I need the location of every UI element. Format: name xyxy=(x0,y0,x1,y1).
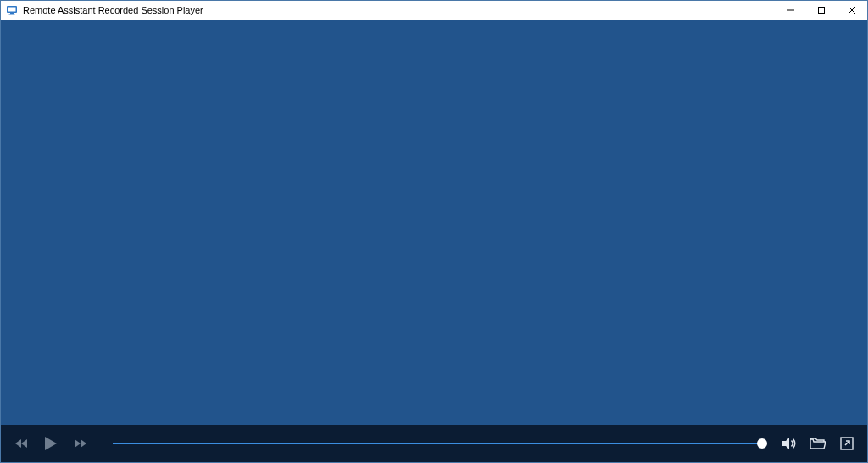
seek-thumb[interactable] xyxy=(757,438,767,449)
player-controls xyxy=(1,425,867,462)
svg-marker-9 xyxy=(15,439,21,448)
svg-rect-5 xyxy=(819,8,825,14)
svg-marker-10 xyxy=(45,437,57,450)
app-icon xyxy=(6,4,18,16)
titlebar: Remote Assistant Recorded Session Player xyxy=(1,1,867,20)
seek-bar[interactable] xyxy=(113,443,762,444)
forward-button[interactable] xyxy=(72,435,89,452)
popout-fullscreen-button[interactable] xyxy=(838,435,855,452)
maximize-button[interactable] xyxy=(806,1,837,20)
app-window: Remote Assistant Recorded Session Player xyxy=(0,0,868,463)
svg-marker-11 xyxy=(75,439,81,448)
close-button[interactable] xyxy=(837,1,867,20)
svg-marker-8 xyxy=(21,439,27,448)
svg-marker-12 xyxy=(81,439,86,448)
svg-rect-1 xyxy=(8,8,16,12)
window-title: Remote Assistant Recorded Session Player xyxy=(23,5,203,15)
seek-fill xyxy=(113,443,762,444)
content-area xyxy=(1,20,867,462)
play-button[interactable] xyxy=(42,434,60,453)
rewind-button[interactable] xyxy=(13,435,30,452)
svg-rect-2 xyxy=(10,13,14,14)
svg-marker-13 xyxy=(782,438,789,449)
minimize-button[interactable] xyxy=(776,1,806,20)
open-file-button[interactable] xyxy=(810,435,826,452)
video-canvas xyxy=(1,20,867,425)
right-controls xyxy=(781,435,855,452)
volume-button[interactable] xyxy=(781,435,798,452)
svg-rect-3 xyxy=(9,14,15,15)
svg-line-15 xyxy=(845,441,849,445)
window-controls xyxy=(776,1,867,20)
